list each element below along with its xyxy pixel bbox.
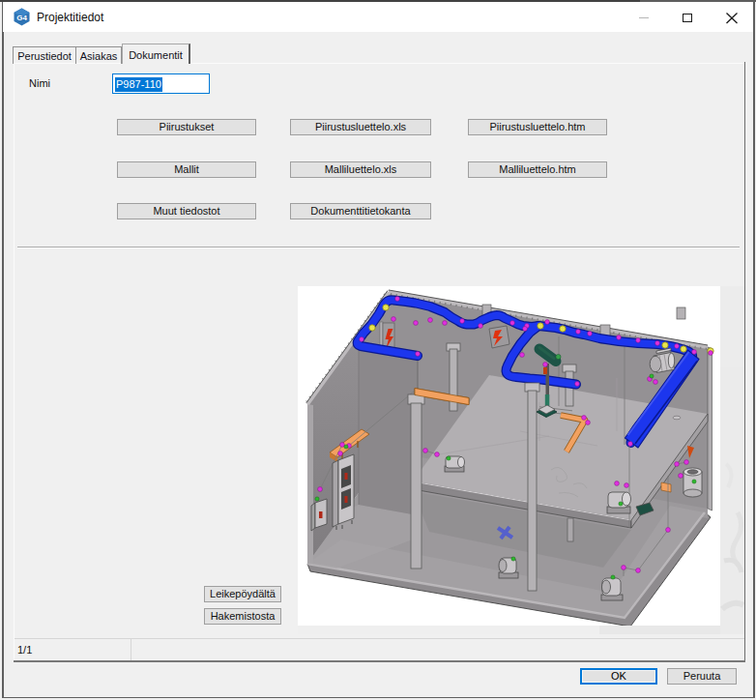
svg-text:G4: G4 bbox=[16, 14, 27, 22]
